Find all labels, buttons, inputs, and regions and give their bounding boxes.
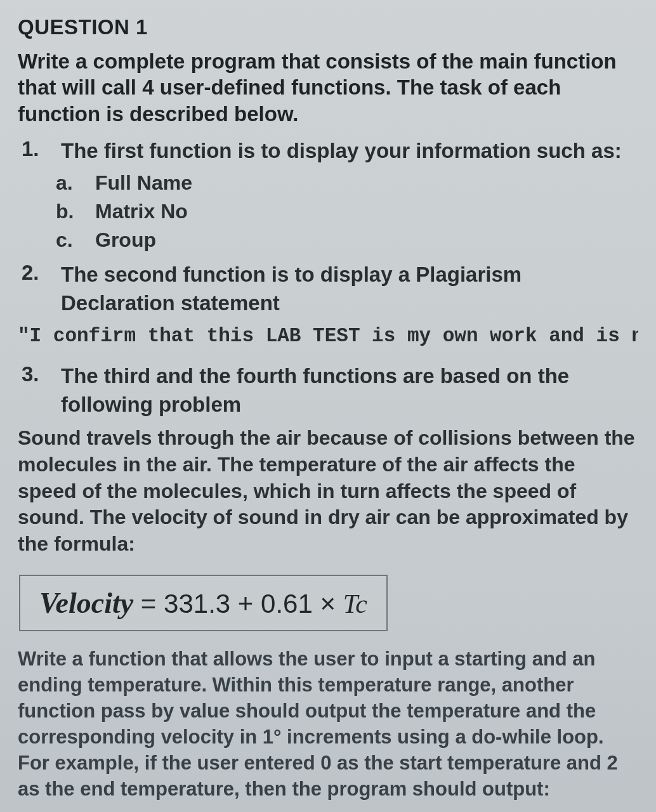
sublist-item-c: c. Group — [56, 228, 638, 252]
list-item-2-text: The second function is to display a Plag… — [61, 261, 638, 317]
sublist-item-a: a. Full Name — [56, 171, 638, 195]
letter-marker: a. — [56, 171, 77, 195]
formula-lhs: Velocity — [39, 587, 133, 619]
question-document: QUESTION 1 Write a complete program that… — [0, 0, 656, 812]
list-item-2: 2. The second function is to display a P… — [22, 261, 638, 317]
velocity-formula: Velocity = 331.3 + 0.61 × Tc — [39, 589, 367, 619]
list-item-1-text: The first function is to display your in… — [61, 137, 622, 166]
sound-paragraph: Sound travels through the air because of… — [18, 425, 638, 557]
list-item-3-text: The third and the fourth functions are b… — [61, 362, 638, 419]
formula-rhs-tc: Tc — [343, 589, 367, 619]
formula-box: Velocity = 331.3 + 0.61 × Tc — [19, 575, 388, 631]
formula-eq: = — [141, 589, 164, 619]
sublist-item-b: b. Matrix No — [56, 200, 638, 223]
instruction-paragraph: Write a function that allows the user to… — [18, 646, 638, 802]
letter-marker: c. — [56, 228, 77, 252]
list-item-3: 3. The third and the fourth functions ar… — [22, 362, 638, 419]
letter-marker: b. — [56, 200, 77, 223]
sublist-item-c-text: Group — [95, 228, 156, 252]
list-item-1: 1. The first function is to display your… — [22, 137, 638, 166]
question-title: QUESTION 1 — [18, 15, 638, 39]
sublist-item-b-text: Matrix No — [95, 200, 188, 223]
number-marker: 2. — [22, 261, 43, 317]
plagiarism-declaration: "I confirm that this LAB TEST is my own … — [18, 325, 638, 347]
intro-paragraph: Write a complete program that consists o… — [18, 48, 638, 127]
sublist-item-a-text: Full Name — [95, 171, 192, 195]
formula-rhs-const: 331.3 + 0.61 × — [164, 589, 343, 619]
number-marker: 1. — [22, 137, 43, 166]
number-marker: 3. — [22, 362, 43, 419]
